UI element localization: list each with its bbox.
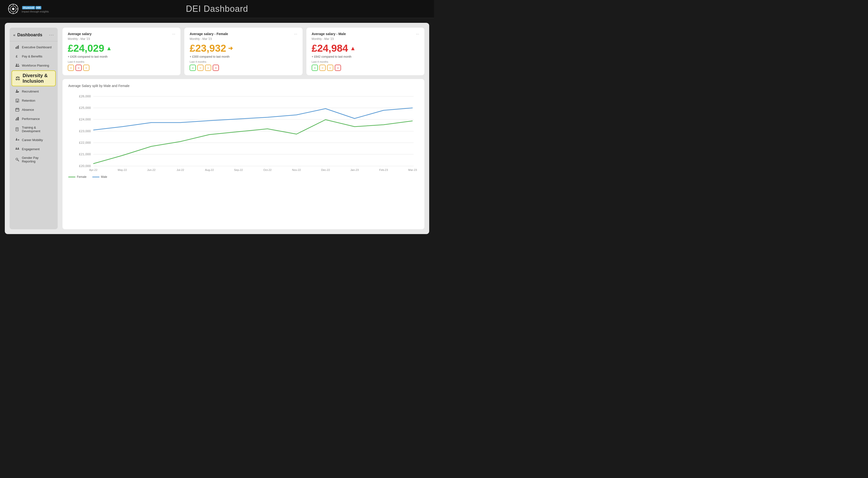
svg-point-39 [18,148,19,149]
card-change: + £300 compared to last month [190,55,297,58]
metric-card-avg-salary-female: Average salary - Female ··· Monthly - Ma… [184,28,302,75]
svg-rect-12 [17,46,18,49]
svg-point-17 [16,90,18,91]
book-icon [15,127,20,131]
sidebar-item-label: Engagement [22,147,40,151]
month-dot-3: ⊙ [327,65,333,71]
svg-point-16 [18,64,19,65]
month-dots: ⊙ ⊙ ⊙ ⊙ [190,65,297,71]
collapse-icon[interactable]: « [13,33,16,37]
sidebar-item-label: Absence [22,108,34,111]
svg-text:Dec-22: Dec-22 [321,168,330,171]
active-item-label: Diversity & Inclusion [23,73,52,84]
sidebar-item-engagement[interactable]: Engagement [11,145,56,153]
legend-line-male [92,177,99,178]
sidebar-item-recruitment[interactable]: Recruitment [11,87,56,96]
card-subtitle: Monthly - Mar '23 [312,37,419,41]
sidebar-item-diversity-inclusion[interactable]: ⚖ Diversity & Inclusion [11,70,56,86]
logo-text: illumin8HR impact through insights [22,5,49,13]
card-options-dots[interactable]: ··· [294,32,297,36]
svg-point-15 [16,64,17,65]
svg-rect-22 [18,100,18,100]
svg-text:£22,000: £22,000 [79,141,91,145]
chart-svg: £26,000 £25,000 £24,000 £23,000 £22,000 … [68,92,418,173]
engagement-icon [15,147,20,151]
metric-cards: Average salary ··· Monthly - Mar '23 £24… [62,28,424,75]
sidebar-item-label: Gender Pay Reporting [22,156,52,163]
svg-text:Mar-23: Mar-23 [408,168,417,171]
metric-card-avg-salary-male: Average salary - Male ··· Monthly - Mar … [306,28,424,75]
sidebar-item-label: Executive Dashboard [22,45,52,49]
month-dot-4: ⊙ [335,65,341,71]
card-header: Average salary - Female ··· [190,32,297,36]
sidebar-item-label: Retention [22,99,35,102]
svg-rect-13 [18,45,19,49]
month-dot-2: ⊙ [197,65,204,71]
sidebar-item-retention[interactable]: Retention [11,96,56,105]
legend-male: Male [92,175,107,179]
card-value-text: £24,029 [68,42,104,54]
month-dot-4: ⊙ [213,65,219,71]
card-header: Average salary ··· [68,32,175,36]
svg-text:May-22: May-22 [118,168,127,171]
card-last-months: Last 4 months [190,60,297,63]
sidebar-item-workforce-planning[interactable]: Workforce Planning [11,61,56,70]
sidebar-item-training-development[interactable]: Training & Development [11,124,56,135]
person-move-icon [15,138,20,142]
scales-icon: ⚖ [16,75,20,82]
month-dot-3: ⊙ [205,65,211,71]
svg-text:Oct-22: Oct-22 [264,168,272,171]
svg-text:£20,000: £20,000 [79,164,91,168]
card-last-months: Last 4 months [312,60,419,63]
arrow-up-red-icon: ▲ [350,45,356,52]
legend-female-label: Female [77,175,87,179]
month-dots: ⊙ ⊙ ⊙ ⊙ [312,65,419,71]
people-icon [15,63,20,67]
sidebar-header: « Dashboards ··· [10,31,58,41]
svg-rect-31 [17,118,18,120]
card-change: + £426 compared to last month [68,55,175,58]
svg-point-36 [16,138,17,139]
card-options-dots[interactable]: ··· [416,32,419,36]
sidebar-item-career-mobility[interactable]: Career Mobility [11,135,56,144]
card-title: Average salary - Female [190,32,228,36]
sidebar-item-executive-dashboard[interactable]: Executive Dashboard [11,43,56,52]
svg-text:£24,000: £24,000 [79,118,91,121]
month-dot-1: ⊙ [190,65,196,71]
svg-text:Jan-23: Jan-23 [350,168,359,171]
month-dot-3: ⊙ [83,65,89,71]
sidebar-item-performance[interactable]: Performance [11,115,56,123]
sidebar-item-gender-pay-reporting[interactable]: Gender Pay Reporting [11,154,56,165]
chart-card: Average Salary split by Male and Female [62,79,424,229]
card-subtitle: Monthly - Mar '23 [68,37,175,41]
card-value-text: £24,984 [312,42,348,54]
bar-chart-icon [15,45,20,49]
svg-text:Aug-22: Aug-22 [205,168,214,171]
logo-icon [7,3,19,15]
gender-icon [15,157,20,162]
sidebar-item-label: Pay & Benefits [22,55,42,58]
card-title: Average salary - Male [312,32,346,36]
card-options-dots[interactable]: ··· [172,32,175,36]
sidebar-item-label: Workforce Planning [22,64,49,67]
svg-text:Feb-23: Feb-23 [379,168,388,171]
sidebar-title: Dashboards [17,32,42,37]
calendar-icon [15,107,20,112]
month-dot-1: ⊙ [68,65,74,71]
svg-rect-26 [16,108,19,111]
svg-rect-23 [17,101,17,101]
card-value: £23,932 ➜ [190,42,297,54]
card-value: £24,984 ▲ [312,42,419,54]
bar-up-icon [15,117,20,121]
svg-text:£21,000: £21,000 [79,152,91,156]
logo-area: illumin8HR impact through insights [7,3,49,15]
card-change: + £642 compared to last month [312,55,419,58]
svg-text:Jul-22: Jul-22 [177,168,184,171]
svg-rect-25 [17,101,18,102]
sidebar-item-absence[interactable]: Absence [11,105,56,114]
sidebar-item-label: Performance [22,117,40,121]
legend-female: Female [68,175,87,179]
sidebar-item-pay-benefits[interactable]: £ Pay & Benefits [11,52,56,61]
svg-text:Apr-22: Apr-22 [89,168,97,171]
sidebar-menu-dots[interactable]: ··· [49,32,54,37]
